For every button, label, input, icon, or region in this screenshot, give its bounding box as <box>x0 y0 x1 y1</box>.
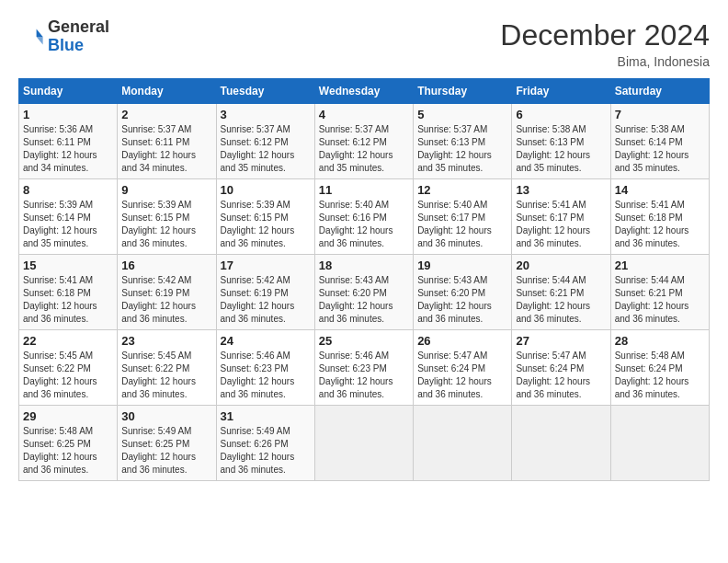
calendar-day-cell: 14 Sunrise: 5:41 AMSunset: 6:18 PMDaylig… <box>610 179 709 255</box>
calendar-day-cell: 15 Sunrise: 5:41 AMSunset: 6:18 PMDaylig… <box>19 255 118 330</box>
day-number: 31 <box>221 409 311 423</box>
day-info: Sunrise: 5:49 AMSunset: 6:26 PMDaylight:… <box>221 426 295 475</box>
day-number: 28 <box>615 334 705 348</box>
day-info: Sunrise: 5:39 AMSunset: 6:15 PMDaylight:… <box>221 200 295 248</box>
calendar-day-cell: 7 Sunrise: 5:38 AMSunset: 6:14 PMDayligh… <box>610 104 709 179</box>
logo-blue-text: Blue <box>48 37 109 55</box>
day-number: 8 <box>23 183 113 197</box>
day-number: 17 <box>221 259 311 272</box>
svg-marker-0 <box>37 29 43 36</box>
day-info: Sunrise: 5:47 AMSunset: 6:24 PMDaylight:… <box>516 350 590 399</box>
day-number: 14 <box>615 183 705 197</box>
calendar-day-cell <box>314 406 413 481</box>
calendar-week-row: 8 Sunrise: 5:39 AMSunset: 6:14 PMDayligh… <box>19 179 710 255</box>
calendar-day-cell: 29 Sunrise: 5:48 AMSunset: 6:25 PMDaylig… <box>19 406 118 481</box>
day-info: Sunrise: 5:49 AMSunset: 6:25 PMDaylight:… <box>121 426 196 475</box>
day-number: 30 <box>121 409 211 423</box>
title-block: December 2024 Bima, Indonesia <box>500 18 710 69</box>
day-info: Sunrise: 5:48 AMSunset: 6:24 PMDaylight:… <box>615 350 689 399</box>
calendar-day-cell: 11 Sunrise: 5:40 AMSunset: 6:16 PMDaylig… <box>314 179 413 255</box>
day-number: 21 <box>615 259 705 272</box>
calendar-week-row: 29 Sunrise: 5:48 AMSunset: 6:25 PMDaylig… <box>19 406 710 481</box>
day-info: Sunrise: 5:46 AMSunset: 6:23 PMDaylight:… <box>221 350 295 399</box>
day-info: Sunrise: 5:39 AMSunset: 6:15 PMDaylight:… <box>121 200 196 248</box>
day-number: 1 <box>23 108 113 121</box>
day-info: Sunrise: 5:41 AMSunset: 6:18 PMDaylight:… <box>615 200 689 248</box>
day-info: Sunrise: 5:45 AMSunset: 6:22 PMDaylight:… <box>121 350 196 399</box>
weekday-header: Friday <box>512 79 610 104</box>
day-info: Sunrise: 5:47 AMSunset: 6:24 PMDaylight:… <box>417 350 492 399</box>
day-number: 13 <box>516 183 606 197</box>
day-number: 18 <box>319 259 409 272</box>
calendar-day-cell: 26 Sunrise: 5:47 AMSunset: 6:24 PMDaylig… <box>414 330 512 406</box>
day-info: Sunrise: 5:37 AMSunset: 6:12 PMDaylight:… <box>319 124 393 173</box>
weekday-header: Saturday <box>610 79 709 104</box>
svg-marker-1 <box>37 37 43 44</box>
day-info: Sunrise: 5:48 AMSunset: 6:25 PMDaylight:… <box>23 426 97 475</box>
day-info: Sunrise: 5:38 AMSunset: 6:13 PMDaylight:… <box>516 124 590 173</box>
calendar-day-cell: 9 Sunrise: 5:39 AMSunset: 6:15 PMDayligh… <box>118 179 216 255</box>
day-number: 20 <box>516 259 606 272</box>
day-info: Sunrise: 5:42 AMSunset: 6:19 PMDaylight:… <box>221 275 295 324</box>
calendar-day-cell: 13 Sunrise: 5:41 AMSunset: 6:17 PMDaylig… <box>512 179 610 255</box>
day-number: 2 <box>121 108 211 121</box>
logo-icon <box>18 24 44 50</box>
calendar-day-cell: 25 Sunrise: 5:46 AMSunset: 6:23 PMDaylig… <box>314 330 413 406</box>
calendar-day-cell: 22 Sunrise: 5:45 AMSunset: 6:22 PMDaylig… <box>19 330 118 406</box>
day-number: 5 <box>417 108 507 121</box>
calendar-day-cell: 2 Sunrise: 5:37 AMSunset: 6:11 PMDayligh… <box>118 104 216 179</box>
calendar-day-cell <box>512 406 610 481</box>
calendar-day-cell: 12 Sunrise: 5:40 AMSunset: 6:17 PMDaylig… <box>414 179 512 255</box>
weekday-header: Monday <box>118 79 216 104</box>
day-info: Sunrise: 5:37 AMSunset: 6:11 PMDaylight:… <box>121 124 196 173</box>
day-number: 6 <box>516 108 606 121</box>
month-title: December 2024 <box>500 18 710 52</box>
calendar-day-cell: 19 Sunrise: 5:43 AMSunset: 6:20 PMDaylig… <box>414 255 512 330</box>
weekday-header: Tuesday <box>216 79 314 104</box>
calendar-day-cell: 27 Sunrise: 5:47 AMSunset: 6:24 PMDaylig… <box>512 330 610 406</box>
calendar-day-cell: 16 Sunrise: 5:42 AMSunset: 6:19 PMDaylig… <box>118 255 216 330</box>
day-number: 22 <box>23 334 113 348</box>
logo-general-text: General <box>48 18 109 37</box>
calendar-day-cell: 20 Sunrise: 5:44 AMSunset: 6:21 PMDaylig… <box>512 255 610 330</box>
day-number: 26 <box>417 334 507 348</box>
day-info: Sunrise: 5:37 AMSunset: 6:12 PMDaylight:… <box>221 124 295 173</box>
day-number: 3 <box>221 108 311 121</box>
day-number: 27 <box>516 334 606 348</box>
day-info: Sunrise: 5:39 AMSunset: 6:14 PMDaylight:… <box>23 200 97 248</box>
calendar-day-cell: 23 Sunrise: 5:45 AMSunset: 6:22 PMDaylig… <box>118 330 216 406</box>
calendar-day-cell: 24 Sunrise: 5:46 AMSunset: 6:23 PMDaylig… <box>216 330 314 406</box>
day-info: Sunrise: 5:45 AMSunset: 6:22 PMDaylight:… <box>23 350 97 399</box>
day-info: Sunrise: 5:41 AMSunset: 6:18 PMDaylight:… <box>23 275 97 324</box>
day-info: Sunrise: 5:37 AMSunset: 6:13 PMDaylight:… <box>417 124 492 173</box>
day-number: 25 <box>319 334 409 348</box>
day-info: Sunrise: 5:42 AMSunset: 6:19 PMDaylight:… <box>121 275 196 324</box>
logo: General Blue <box>18 18 109 55</box>
calendar-week-row: 22 Sunrise: 5:45 AMSunset: 6:22 PMDaylig… <box>19 330 710 406</box>
day-info: Sunrise: 5:43 AMSunset: 6:20 PMDaylight:… <box>319 275 393 324</box>
calendar-day-cell: 5 Sunrise: 5:37 AMSunset: 6:13 PMDayligh… <box>414 104 512 179</box>
calendar-day-cell: 17 Sunrise: 5:42 AMSunset: 6:19 PMDaylig… <box>216 255 314 330</box>
calendar-day-cell: 10 Sunrise: 5:39 AMSunset: 6:15 PMDaylig… <box>216 179 314 255</box>
calendar-day-cell: 30 Sunrise: 5:49 AMSunset: 6:25 PMDaylig… <box>118 406 216 481</box>
day-number: 11 <box>319 183 409 197</box>
calendar-week-row: 15 Sunrise: 5:41 AMSunset: 6:18 PMDaylig… <box>19 255 710 330</box>
day-number: 19 <box>417 259 507 272</box>
location: Bima, Indonesia <box>500 54 710 69</box>
calendar-day-cell: 21 Sunrise: 5:44 AMSunset: 6:21 PMDaylig… <box>610 255 709 330</box>
page-header: General Blue December 2024 Bima, Indones… <box>18 18 710 69</box>
calendar-day-cell <box>414 406 512 481</box>
day-info: Sunrise: 5:44 AMSunset: 6:21 PMDaylight:… <box>615 275 689 324</box>
weekday-header: Sunday <box>19 79 118 104</box>
calendar-day-cell: 3 Sunrise: 5:37 AMSunset: 6:12 PMDayligh… <box>216 104 314 179</box>
day-info: Sunrise: 5:38 AMSunset: 6:14 PMDaylight:… <box>615 124 689 173</box>
day-number: 15 <box>23 259 113 272</box>
day-number: 23 <box>121 334 211 348</box>
calendar-day-cell: 31 Sunrise: 5:49 AMSunset: 6:26 PMDaylig… <box>216 406 314 481</box>
calendar-day-cell: 8 Sunrise: 5:39 AMSunset: 6:14 PMDayligh… <box>19 179 118 255</box>
day-info: Sunrise: 5:46 AMSunset: 6:23 PMDaylight:… <box>319 350 393 399</box>
day-number: 10 <box>221 183 311 197</box>
day-info: Sunrise: 5:43 AMSunset: 6:20 PMDaylight:… <box>417 275 492 324</box>
weekday-header: Thursday <box>414 79 512 104</box>
day-info: Sunrise: 5:36 AMSunset: 6:11 PMDaylight:… <box>23 124 97 173</box>
